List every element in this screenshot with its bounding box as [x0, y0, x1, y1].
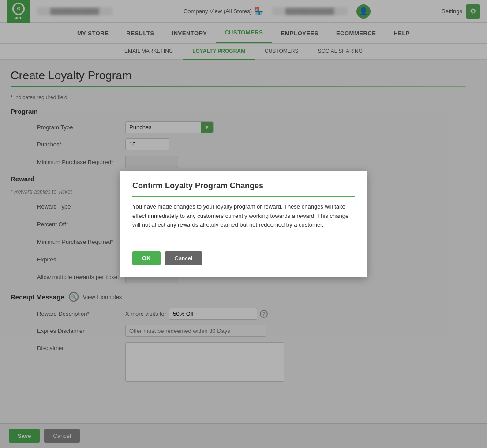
dialog-ok-button[interactable]: OK	[132, 251, 161, 265]
dialog-actions: OK Cancel	[132, 251, 355, 265]
dialog-cancel-button[interactable]: Cancel	[165, 251, 202, 265]
confirm-dialog: Confirm Loyalty Program Changes You have…	[120, 171, 367, 277]
dialog-body: You have made changes to your loyalty pr…	[132, 202, 355, 230]
dialog-overlay: Confirm Loyalty Program Changes You have…	[0, 0, 487, 391]
dialog-title: Confirm Loyalty Program Changes	[132, 181, 355, 197]
